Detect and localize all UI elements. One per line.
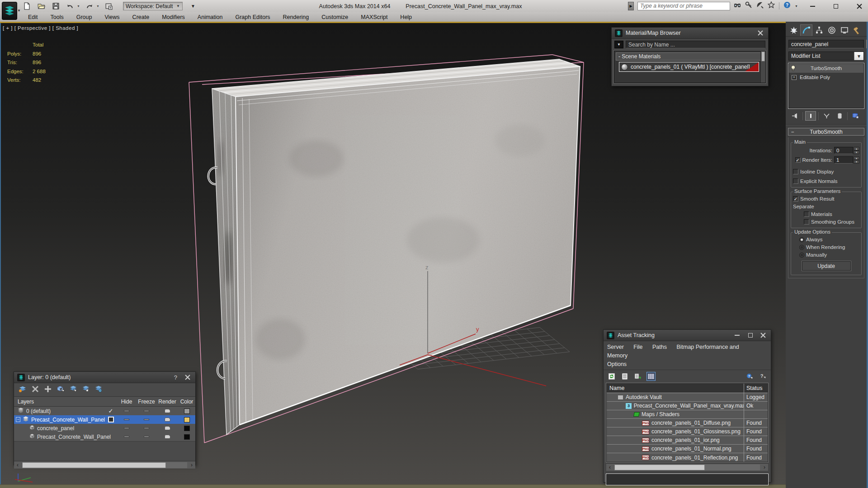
freeze-toggle[interactable]	[144, 427, 149, 429]
delete-layer-button[interactable]	[31, 385, 39, 394]
object-row-concrete-panel[interactable]: concrete_panel	[14, 424, 195, 432]
smoothing-groups-checkbox[interactable]	[804, 219, 809, 225]
configure-modifier-sets-button[interactable]	[850, 111, 861, 121]
close-icon[interactable]	[758, 30, 763, 36]
layer-horizontal-scrollbar[interactable]: ‹ ›	[14, 461, 195, 469]
scrollbar-thumb[interactable]	[614, 465, 705, 470]
scroll-right-icon[interactable]: ›	[188, 462, 195, 468]
context-help-icon[interactable]: ?	[758, 372, 767, 381]
menu-modifiers[interactable]: Modifiers	[156, 12, 191, 22]
render-toggle-icon[interactable]	[165, 426, 170, 430]
stack-item-editable-poly[interactable]: + Editable Poly	[789, 73, 863, 82]
maximize-button[interactable]	[830, 2, 842, 11]
browser-options-dropdown[interactable]: ▼	[614, 41, 623, 48]
stack-item-turbosmooth[interactable]: TurboSmooth	[789, 64, 863, 73]
current-layer-check-icon[interactable]: ✓	[108, 408, 113, 414]
save-file-button[interactable]	[51, 2, 61, 11]
manually-radio[interactable]	[799, 253, 804, 258]
object-color-swatch[interactable]	[184, 426, 190, 431]
menu-graph-editors[interactable]: Graph Editors	[229, 12, 276, 22]
menu-customize[interactable]: Customize	[315, 12, 354, 22]
undo-dropdown-icon[interactable]: ▼	[77, 5, 80, 8]
layer-row-precast-selected[interactable]: − Precast_Concrete_Wall_Panel	[14, 415, 195, 424]
material-list-scrollbar[interactable]	[760, 51, 765, 83]
tab-display[interactable]	[838, 24, 850, 36]
material-item-selected[interactable]: concrete_panels_01 ( VRayMtl ) [concrete…	[619, 62, 759, 72]
list-view-button[interactable]	[620, 372, 629, 381]
menu-server[interactable]: Server	[607, 344, 624, 350]
app-menu-button[interactable]: ▼	[2, 2, 17, 20]
table-view-button[interactable]	[646, 372, 656, 381]
maximize-icon[interactable]	[748, 333, 753, 338]
menu-file[interactable]: File	[633, 344, 642, 350]
scene-materials-group[interactable]: - Scene Materials	[616, 52, 764, 61]
workspace-flyout-button[interactable]: ▼	[189, 2, 197, 10]
hide-toggle[interactable]	[124, 436, 129, 437]
spin-down-icon[interactable]: ▼	[854, 160, 859, 164]
minimize-icon[interactable]	[735, 335, 740, 336]
scrollbar-thumb[interactable]	[22, 462, 166, 468]
asset-row-normal[interactable]: PNGconcrete_panels_01_Normal.png Found	[607, 445, 768, 453]
asset-horizontal-scrollbar[interactable]: ‹ ›	[606, 463, 768, 471]
layer-color-swatch[interactable]	[184, 417, 190, 422]
column-color[interactable]: Color	[178, 399, 195, 405]
layer-panel-titlebar[interactable]: Layer: 0 (default) ?	[14, 372, 195, 383]
tab-create[interactable]	[788, 24, 800, 36]
when-rendering-radio[interactable]	[799, 245, 804, 250]
tab-utilities[interactable]	[851, 24, 863, 36]
infocenter-search-input[interactable]	[637, 2, 730, 10]
smooth-result-checkbox[interactable]: ✓	[793, 196, 798, 202]
modifier-list-dropdown[interactable]: Modifier List ▼	[788, 52, 864, 61]
asset-row-diffuse[interactable]: PNGconcrete_panels_01_Diffuse.png Found	[607, 419, 768, 427]
column-name[interactable]: Name	[607, 384, 744, 393]
search-icon[interactable]	[734, 1, 741, 10]
menu-animation[interactable]: Animation	[191, 12, 229, 22]
help-mode-icon[interactable]: ?	[745, 372, 754, 381]
open-file-button[interactable]	[36, 2, 46, 11]
render-iters-checkbox[interactable]: ✓	[795, 157, 801, 163]
object-color-swatch[interactable]	[866, 40, 867, 48]
render-toggle-icon[interactable]	[165, 435, 170, 439]
create-new-layer-button[interactable]	[19, 385, 27, 394]
infocenter-prompt-button[interactable]: ▶	[628, 2, 634, 10]
asset-row-max-file[interactable]: 3Precast_Concrete_Wall_Panel_max_vray.ma…	[607, 402, 768, 410]
workspace-selector[interactable]: Workspace: Default ▼	[123, 2, 183, 10]
set-current-layer-box[interactable]	[108, 417, 114, 422]
add-to-layer-button[interactable]	[44, 385, 52, 394]
isoline-display-checkbox[interactable]	[793, 169, 798, 174]
iterations-spinner[interactable]: 0 ▲▼	[834, 147, 859, 154]
freeze-toggle[interactable]	[144, 436, 149, 437]
layer-row-default[interactable]: 0 (default) ✓	[14, 407, 195, 415]
asset-row-glossiness[interactable]: PNGconcrete_panels_01_Glossiness.png Fou…	[607, 427, 768, 436]
tree-view-button[interactable]	[633, 372, 642, 381]
material-browser-titlebar[interactable]: Material/Map Browser	[612, 28, 768, 39]
object-row-precast-wall-panel[interactable]: Precast_Concrete_Wall_Panel	[14, 432, 195, 441]
tab-motion[interactable]	[826, 24, 838, 36]
menu-rendering[interactable]: Rendering	[277, 12, 316, 22]
column-layers[interactable]: Layers	[14, 399, 105, 405]
column-render[interactable]: Render	[156, 399, 178, 405]
redo-button[interactable]	[85, 2, 94, 11]
close-button[interactable]	[854, 2, 865, 11]
tab-hierarchy[interactable]	[813, 24, 825, 36]
remove-modifier-button[interactable]	[834, 111, 845, 121]
update-button[interactable]: Update	[802, 261, 851, 271]
asset-tracking-titlebar[interactable]: Asset Tracking	[604, 330, 771, 341]
menu-help[interactable]: Help	[394, 12, 418, 22]
freeze-toggle[interactable]	[144, 419, 149, 420]
help-dropdown-icon[interactable]: ▼	[795, 5, 798, 8]
menu-paths[interactable]: Paths	[652, 344, 667, 350]
menu-maxscript[interactable]: MAXScript	[354, 12, 394, 22]
hide-toggle[interactable]	[124, 410, 129, 412]
close-icon[interactable]	[760, 333, 766, 338]
redo-dropdown-icon[interactable]: ▼	[96, 5, 99, 8]
asset-row-ior[interactable]: PNGconcrete_panels_01_ior.png Found	[607, 436, 768, 445]
close-icon[interactable]	[185, 375, 190, 380]
column-hide[interactable]: Hide	[117, 399, 137, 405]
menu-group[interactable]: Group	[70, 12, 99, 22]
collapse-icon[interactable]: −	[16, 417, 20, 422]
lightbulb-icon[interactable]	[791, 65, 796, 71]
hide-toggle[interactable]	[124, 419, 129, 420]
help-icon[interactable]: ?	[783, 1, 791, 10]
hide-toggle[interactable]	[124, 427, 129, 429]
